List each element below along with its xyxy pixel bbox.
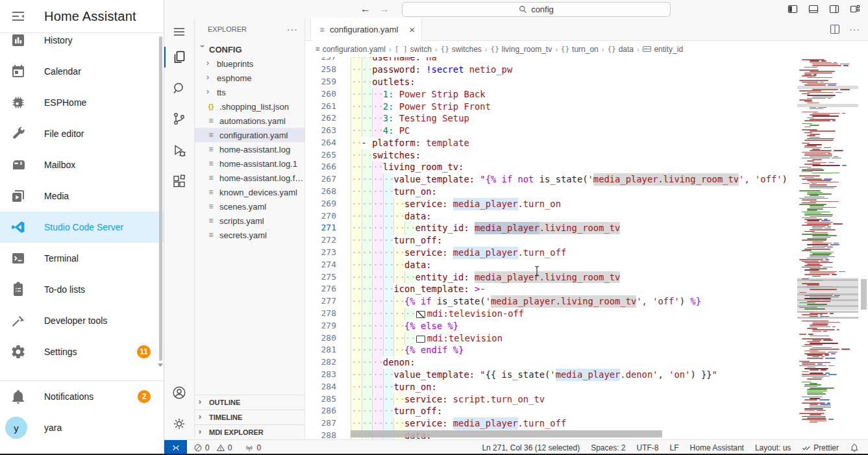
code-line[interactable]: 279{% else %} (305, 320, 798, 332)
sidebar-toggle-icon[interactable] (10, 8, 26, 24)
code-line[interactable]: 269service: media_player.turn_on (305, 198, 798, 210)
eol-sequence[interactable]: LF (670, 443, 679, 452)
file-item-automations-yaml[interactable]: ≡automations.yaml (195, 114, 304, 128)
code-line[interactable]: 265switches: (305, 149, 798, 162)
breadcrumb-item-configuration-yaml[interactable]: ≡configuration.yaml (316, 45, 386, 54)
file-item--shopping-list-json[interactable]: {}.shopping_list.json (195, 99, 304, 114)
sidebar-item-calendar[interactable]: Calendar (0, 56, 164, 87)
remote-indicator[interactable] (164, 440, 187, 455)
code-line[interactable]: 273service: media_player.turn_off (305, 247, 798, 259)
code-line[interactable]: 287service: media_player.turn_off (305, 417, 798, 430)
problems-indicator[interactable]: 0 0 (193, 443, 232, 452)
file-item-home-assistant-log-f-[interactable]: ≡home-assistant.log.f… (195, 171, 304, 185)
back-arrow-icon[interactable]: ← (360, 3, 371, 15)
sidebar-item-user[interactable]: y yara (0, 412, 164, 443)
code-line[interactable]: 276icon_template: >- (305, 283, 798, 295)
sidebar-item-developer-tools[interactable]: Developer tools (0, 305, 164, 336)
minimap[interactable] (797, 57, 858, 439)
run-debug-icon[interactable] (171, 143, 187, 158)
code-line[interactable]: 284turn_on: (305, 381, 798, 393)
breadcrumb-item-switch[interactable]: [ ]switch (395, 45, 432, 54)
tab-configuration-yaml[interactable]: ≡ configuration.yaml × (310, 18, 422, 41)
editor-more-actions-icon[interactable]: ··· (849, 24, 860, 37)
tree-root-config[interactable]: ›CONFIG (195, 42, 304, 56)
sidebar-item-studio-code-server[interactable]: Studio Code Server (0, 212, 164, 243)
search-view-icon[interactable] (171, 80, 187, 96)
toggle-primary-sidebar-icon[interactable] (787, 4, 798, 17)
account-icon[interactable] (171, 385, 187, 400)
cursor-position[interactable]: Ln 271, Col 36 (12 selected) (482, 443, 580, 452)
formatter-indicator[interactable]: Prettier (802, 443, 839, 452)
language-mode[interactable]: Home Assistant (690, 443, 744, 452)
notifications-bell-icon[interactable] (850, 443, 859, 452)
code-line[interactable]: 275entity_id: media_player.living_room_t… (305, 271, 798, 284)
close-tab-icon[interactable]: × (409, 24, 415, 35)
code-line[interactable]: 277{% if is_state('media_player.living_r… (305, 295, 798, 308)
sidebar-item-to-do-lists[interactable]: To-do lists (0, 274, 164, 305)
code-line[interactable]: 281{% endif %} (305, 344, 798, 356)
folder-item-blueprints[interactable]: ›blueprints (195, 56, 304, 71)
explorer-more-actions-icon[interactable]: ··· (287, 24, 298, 34)
explorer-icon[interactable] (171, 49, 187, 65)
customize-layout-icon[interactable] (850, 4, 860, 17)
breadcrumb-item-living-room-tv[interactable]: {}living_room_tv (491, 45, 552, 54)
code-line[interactable]: 283value_template: "{{ is_state('media_p… (305, 369, 798, 381)
sidebar-item-media[interactable]: Media (0, 180, 164, 212)
breadcrumb-item-switches[interactable]: {}switches (441, 45, 482, 54)
scroll-down-arrow-icon[interactable] (158, 363, 163, 367)
sidebar-item-esphome[interactable]: ESPHome (0, 87, 164, 118)
file-item-secrets-yaml[interactable]: ≡secrets.yaml (195, 228, 304, 242)
section-outline[interactable]: ›OUTLINE (195, 395, 304, 410)
file-item-scenes-yaml[interactable]: ≡scenes.yaml (195, 199, 304, 214)
source-control-icon[interactable] (171, 111, 187, 127)
code-line[interactable]: 278mdi:television-off (305, 308, 798, 320)
file-item-scripts-yaml[interactable]: ≡scripts.yaml (195, 214, 304, 228)
code-line[interactable]: 259outlets: (305, 76, 798, 88)
toggle-secondary-sidebar-icon[interactable] (829, 4, 839, 17)
vertical-scrollbar[interactable] (861, 57, 867, 439)
settings-gear-icon[interactable] (171, 416, 187, 432)
code-line[interactable]: 267value_template: "{% if not is_state('… (305, 173, 798, 186)
split-editor-icon[interactable] (830, 24, 840, 37)
code-line[interactable]: 2601: Power Strip Back (305, 88, 798, 101)
code-line[interactable]: 285service: script.turn_on_tv (305, 393, 798, 406)
breadcrumb-item-turn-on[interactable]: {}turn_on (561, 45, 599, 54)
sidebar-item-settings[interactable]: Settings11 (0, 336, 164, 367)
menu-icon[interactable] (171, 24, 187, 40)
folder-item-tts[interactable]: ›tts (195, 85, 304, 99)
breadcrumb-item-data[interactable]: {}data (607, 45, 634, 54)
code-line[interactable]: 268turn_on: (305, 186, 798, 198)
code-line[interactable]: 258password: !secret netio_pw (305, 64, 798, 76)
code-line[interactable]: 257username: ha (305, 57, 798, 64)
sidebar-item-file-editor[interactable]: File editor (0, 118, 164, 149)
code-line[interactable]: 282denon: (305, 356, 798, 369)
code-line[interactable]: 266living_room_tv: (305, 161, 798, 173)
indentation[interactable]: Spaces: 2 (591, 443, 625, 452)
code-line[interactable]: 264- platform: template (305, 137, 798, 149)
sidebar-item-notifications[interactable]: Notifications 2 (0, 381, 164, 412)
horizontal-scrollbar[interactable] (351, 430, 662, 437)
sidebar-item-history[interactable]: History (0, 32, 164, 56)
section-timeline[interactable]: ›TIMELINE (195, 410, 304, 424)
code-line[interactable]: 270data: (305, 210, 798, 223)
section-mdi-explorer[interactable]: ›MDI EXPLORER (195, 424, 304, 439)
encoding[interactable]: UTF-8 (637, 443, 659, 452)
file-item-configuration-yaml[interactable]: ≡configuration.yaml (195, 128, 304, 142)
file-item-home-assistant-log[interactable]: ≡home-assistant.log (195, 142, 304, 156)
sidebar-item-mailbox[interactable]: Mailbox (0, 149, 164, 180)
keyboard-layout[interactable]: Layout: us (755, 443, 791, 452)
code-line[interactable]: 272turn_off: (305, 234, 798, 247)
file-item-home-assistant-log-1[interactable]: ≡home-assistant.log.1 (195, 156, 304, 171)
command-search-input[interactable]: config (402, 2, 671, 17)
sidebar-item-terminal[interactable]: Terminal (0, 243, 164, 274)
code-line[interactable]: 280mdi:television (305, 332, 798, 345)
extensions-icon[interactable] (171, 174, 187, 190)
forward-arrow-icon[interactable]: → (379, 3, 390, 15)
code-line[interactable]: 2612: Power Strip Front (305, 101, 798, 113)
scrollbar-thumb[interactable] (861, 279, 867, 310)
code-line[interactable]: 2634: PC (305, 125, 798, 137)
code-line[interactable]: 271entity_id: media_player.living_room_t… (305, 222, 798, 234)
code-line[interactable]: 286turn_off: (305, 405, 798, 417)
toggle-panel-icon[interactable] (808, 4, 819, 17)
ha-sidebar-scrollbar[interactable] (159, 36, 162, 361)
